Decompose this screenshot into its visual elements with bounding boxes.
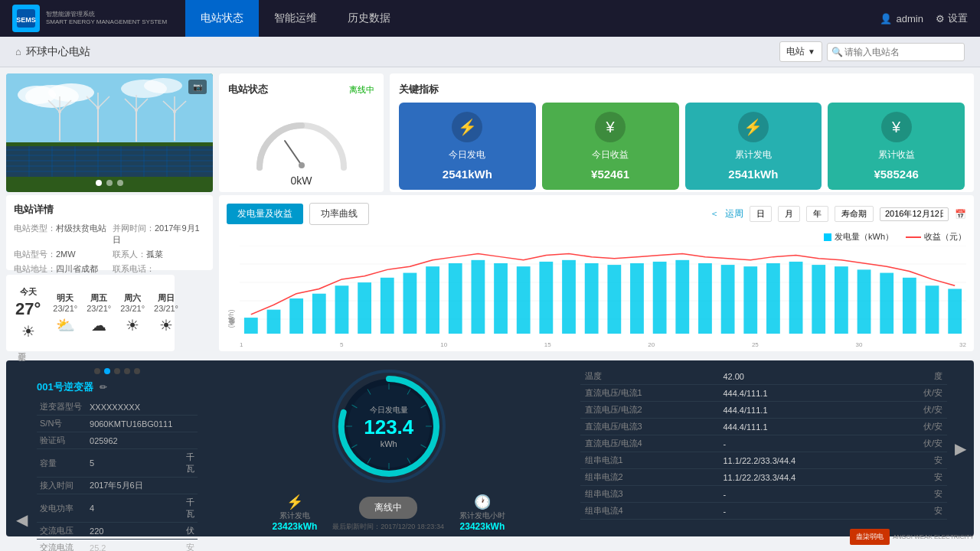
svg-rect-70 bbox=[698, 263, 712, 334]
offline-button[interactable]: 离线中 bbox=[359, 497, 417, 519]
inverter-slide-dots bbox=[94, 368, 140, 374]
chart-toolbar: 发电量及收益 功率曲线 ＜ 运周 日 月 年 寿命期 📅 bbox=[227, 203, 966, 225]
svg-rect-52 bbox=[289, 298, 303, 334]
chevron-down-icon: ▼ bbox=[808, 47, 815, 56]
slide-dot-2[interactable] bbox=[106, 180, 113, 186]
cumulative-gen-stat: ⚡ 累计发电 23423kWh bbox=[273, 494, 318, 532]
svg-point-44 bbox=[299, 162, 305, 168]
admin-label: admin bbox=[897, 13, 923, 24]
inv-dot-1[interactable] bbox=[104, 368, 110, 374]
detail-grid-time: 并网时间：2017年9月1日 bbox=[113, 223, 205, 246]
gauge-value: 0kW bbox=[291, 174, 312, 187]
station-select[interactable]: 电站 ▼ bbox=[779, 41, 822, 62]
prev-inverter-btn[interactable]: ◀ bbox=[16, 510, 28, 529]
svg-rect-68 bbox=[653, 262, 667, 334]
hours-stat-icon: 🕐 bbox=[459, 494, 505, 510]
station-image-panel: 📷 bbox=[6, 73, 213, 192]
svg-rect-55 bbox=[358, 282, 371, 334]
period-year[interactable]: 年 bbox=[806, 206, 828, 222]
header: SEMS 智慧能源管理系统 SMART ENERGY MANAGEMENT SY… bbox=[0, 0, 980, 37]
svg-rect-59 bbox=[449, 263, 462, 334]
inverter-right-table: 温度 42.00 度 直流电压/电流1 444.4/111.1 伏/安 直流电压… bbox=[580, 368, 948, 520]
svg-rect-77 bbox=[858, 269, 871, 334]
total-gen-label: 累计发电 bbox=[735, 148, 772, 161]
svg-rect-75 bbox=[812, 265, 825, 334]
status-badge: 离线中 bbox=[349, 84, 374, 96]
inv-dot-3[interactable] bbox=[124, 368, 130, 374]
nav-history[interactable]: 历史数据 bbox=[332, 0, 406, 37]
weather-d4-icon: ☀ bbox=[154, 316, 178, 334]
weather-d1-icon: ⛅ bbox=[53, 316, 77, 334]
key-indicators-title: 关键指标 bbox=[399, 83, 965, 96]
search-input[interactable] bbox=[827, 43, 965, 61]
svg-rect-66 bbox=[607, 265, 621, 334]
calendar-icon[interactable]: 📅 bbox=[955, 209, 966, 220]
table-row: 接入时间 2017年5月6日 bbox=[37, 478, 198, 494]
weather-d3: 周六 23/21° ☀ bbox=[117, 289, 148, 337]
station-details-title: 电站详情 bbox=[14, 203, 205, 217]
nav-smart-ops[interactable]: 智能运维 bbox=[259, 0, 332, 37]
svg-line-43 bbox=[285, 141, 302, 165]
table-row: 发电功率 4 千瓦 bbox=[37, 494, 198, 523]
table-row: 交流电流 25.2 安 bbox=[37, 540, 198, 552]
svg-rect-81 bbox=[948, 289, 962, 334]
chart-legend: 发电量（kWh） 收益（元） bbox=[227, 231, 966, 243]
weather-d2: 周五 23/21° ☁ bbox=[83, 289, 114, 337]
period-month[interactable]: 月 bbox=[778, 206, 800, 222]
inv-dot-4[interactable] bbox=[134, 368, 140, 374]
total-gen-icon: ⚡ bbox=[738, 112, 769, 142]
svg-rect-9 bbox=[6, 146, 213, 177]
svg-rect-63 bbox=[539, 262, 553, 334]
header-right: 👤 admin ⚙ 设置 bbox=[880, 11, 968, 25]
station-status-title: 电站状态 离线中 bbox=[228, 83, 374, 96]
legend-revenue: 收益（元） bbox=[906, 231, 966, 243]
table-row: 组串电流3 - 安 bbox=[580, 486, 948, 503]
svg-rect-71 bbox=[721, 265, 735, 334]
weather-today: 今天 27° ☀ bbox=[12, 283, 44, 344]
table-row: 直流电压/电流3 444.4/111.1 伏/安 bbox=[580, 419, 948, 435]
nav-station-status[interactable]: 电站状态 bbox=[185, 0, 259, 37]
gen-stat-icon: ⚡ bbox=[273, 494, 318, 510]
slide-dot-3[interactable] bbox=[117, 180, 123, 186]
detail-model: 电站型号：2MW bbox=[14, 249, 106, 260]
svg-rect-76 bbox=[835, 266, 848, 334]
date-prev-btn[interactable]: ＜ bbox=[710, 207, 719, 220]
breadcrumb: ⌂ 环球中心电站 bbox=[15, 45, 90, 59]
period-day[interactable]: 日 bbox=[750, 206, 772, 222]
svg-rect-51 bbox=[267, 310, 281, 334]
table-row: 直流电压/电流1 444.4/111.1 伏/安 bbox=[580, 385, 948, 402]
logo-sub: ANGOI WEAK ELECTRICITY bbox=[893, 533, 974, 540]
next-inverter-btn[interactable]: ▶ bbox=[955, 368, 966, 529]
svg-rect-58 bbox=[426, 266, 439, 334]
logo-brand: 盎柒弱电 bbox=[850, 529, 890, 545]
today-gen-label: 今日发电 bbox=[449, 148, 485, 161]
total-gen-value: 2541kWh bbox=[728, 168, 778, 181]
table-row: 交流电压 220 伏 bbox=[37, 523, 198, 540]
edit-icon[interactable]: ✏ bbox=[100, 382, 107, 393]
period-lifetime[interactable]: 寿命期 bbox=[835, 206, 874, 222]
svg-rect-72 bbox=[743, 266, 757, 334]
inv-dot-0[interactable] bbox=[94, 368, 100, 374]
slide-dot-1[interactable] bbox=[96, 180, 102, 186]
admin-info: 👤 admin bbox=[880, 13, 923, 24]
today-revenue-label: 今日收益 bbox=[592, 148, 629, 161]
inv-bottom-stats: ⚡ 累计发电 23423kWh 离线中 最后刷新时间：2017/12/20 18… bbox=[273, 494, 505, 532]
tab-power-curve[interactable]: 功率曲线 bbox=[309, 203, 369, 225]
table-row: 温度 42.00 度 bbox=[580, 368, 948, 385]
gauge-center: 今日发电量 123.4 kWh bbox=[364, 405, 413, 448]
weather-d2-icon: ☁ bbox=[87, 316, 111, 334]
indicator-total-gen: ⚡ 累计发电 2541kWh bbox=[685, 103, 822, 190]
svg-point-7 bbox=[144, 78, 182, 93]
logo: SEMS 智慧能源管理系统 SMART ENERGY MANAGEMENT SY… bbox=[12, 5, 167, 32]
main-gauge: 今日发电量 123.4 kWh bbox=[328, 365, 450, 487]
breadcrumb-title: 环球中心电站 bbox=[26, 45, 90, 59]
gauge-container: 0kW bbox=[228, 103, 374, 194]
total-revenue-icon: ¥ bbox=[881, 112, 912, 142]
table-row: 容量 5 千瓦 bbox=[37, 449, 198, 478]
settings-button[interactable]: ⚙ 设置 bbox=[936, 11, 968, 25]
date-input[interactable] bbox=[880, 207, 949, 221]
total-revenue-label: 累计收益 bbox=[878, 148, 915, 161]
today-revenue-icon: ¥ bbox=[595, 112, 626, 142]
inv-dot-2[interactable] bbox=[114, 368, 120, 374]
tab-gen-revenue[interactable]: 发电量及收益 bbox=[227, 204, 303, 224]
